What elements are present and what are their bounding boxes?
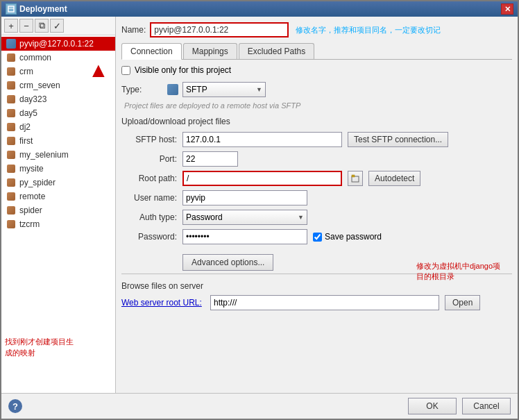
save-password-checkbox[interactable] xyxy=(313,233,322,242)
auth-type-value: Password xyxy=(186,212,223,222)
visible-only-checkbox[interactable] xyxy=(121,66,130,75)
folder-icon xyxy=(6,219,17,230)
main-panel: Name: 修改名字，推荐和项目同名，一定要改切记 Connection Map… xyxy=(116,17,518,393)
sidebar-item-dj2[interactable]: dj2 xyxy=(1,120,115,134)
user-name-input[interactable] xyxy=(182,190,307,205)
browse-section: Browse files on server Web server root U… xyxy=(121,281,512,310)
sidebar-item-server-label: pyvip@127.0.0.1:22 xyxy=(19,39,94,49)
item-label: py_spider xyxy=(19,178,56,187)
name-row: Name: 修改名字，推荐和项目同名，一定要改切记 xyxy=(121,22,512,37)
sidebar: + − ⧉ ✓ pyvip@127.0.0.1:22 common xyxy=(1,17,116,393)
save-password-label: Save password xyxy=(325,232,382,242)
folder-icon xyxy=(6,52,17,63)
ok-button[interactable]: OK xyxy=(408,398,457,414)
tab-mappings[interactable]: Mappings xyxy=(183,43,237,59)
user-name-label: User name: xyxy=(121,193,177,203)
sidebar-item-first[interactable]: first xyxy=(1,134,115,148)
svg-rect-3 xyxy=(352,175,355,177)
tabs-bar: Connection Mappings Excluded Paths xyxy=(121,43,512,60)
test-sftp-button[interactable]: Test SFTP connection... xyxy=(348,132,448,147)
port-label: Port: xyxy=(121,154,177,164)
sidebar-item-my-selenium[interactable]: my_selenium xyxy=(1,148,115,162)
item-label: first xyxy=(19,136,33,146)
item-label: dj2 xyxy=(19,122,31,132)
auth-type-select[interactable]: Password ▼ xyxy=(182,210,307,225)
item-label: tzcrm xyxy=(19,219,40,229)
svg-rect-0 xyxy=(8,6,14,12)
sidebar-toolbar: + − ⧉ ✓ xyxy=(1,17,115,35)
sidebar-annotation: 找到刚才创建项目生成的映射 xyxy=(5,337,74,358)
sidebar-item-spider[interactable]: spider xyxy=(1,203,115,217)
folder-icon xyxy=(6,191,17,202)
deployment-window: Deployment ✕ + − ⧉ ✓ pyvip@127.0.0.1:22 xyxy=(0,0,519,420)
type-select[interactable]: SFTP ▼ xyxy=(182,82,266,97)
auth-type-label: Auth type: xyxy=(121,212,177,222)
root-path-row: Root path: Autodetect 修改为虚拟机中django项目的根目… xyxy=(121,171,512,186)
add-button[interactable]: + xyxy=(4,19,18,33)
type-row: Type: SFTP ▼ xyxy=(121,82,512,97)
sidebar-item-tzcrm[interactable]: tzcrm xyxy=(1,217,115,231)
sftp-host-row: SFTP host: Test SFTP connection... xyxy=(121,132,512,147)
auth-type-row: Auth type: Password ▼ xyxy=(121,210,512,225)
visible-only-row: Visible only for this project xyxy=(121,65,512,75)
apply-button[interactable]: ✓ xyxy=(50,19,64,33)
folder-icon xyxy=(6,149,17,160)
item-label: crm xyxy=(19,67,33,76)
folder-icon xyxy=(6,66,17,77)
upload-section-title: Upload/download project files xyxy=(121,117,512,126)
type-label: Type: xyxy=(121,85,163,94)
root-path-input[interactable] xyxy=(182,171,342,186)
item-label: remote xyxy=(19,192,45,201)
copy-button[interactable]: ⧉ xyxy=(35,19,49,33)
help-button[interactable]: ? xyxy=(8,399,22,413)
title-bar: Deployment ✕ xyxy=(1,1,518,17)
root-path-section: Root path: Autodetect 修改为虚拟机中django项目的根目… xyxy=(121,171,512,186)
sidebar-item-day5[interactable]: day5 xyxy=(1,106,115,120)
window-title: Deployment xyxy=(19,4,67,14)
item-label: day5 xyxy=(19,108,37,118)
password-label: Password: xyxy=(121,232,177,242)
cancel-button[interactable]: Cancel xyxy=(462,398,511,414)
auth-select-arrow: ▼ xyxy=(298,214,304,221)
sftp-type-icon xyxy=(167,84,178,95)
folder-icon xyxy=(6,108,17,119)
sidebar-item-mysite[interactable]: mysite xyxy=(1,162,115,176)
browse-section-title: Browse files on server xyxy=(121,281,512,291)
folder-icon xyxy=(6,177,17,188)
web-root-input[interactable] xyxy=(210,295,439,310)
sftp-host-input[interactable] xyxy=(182,132,342,147)
content-area: + − ⧉ ✓ pyvip@127.0.0.1:22 common xyxy=(1,17,518,393)
password-row: Password: Save password xyxy=(121,229,512,244)
autodetect-button[interactable]: Autodetect xyxy=(368,171,420,186)
close-button[interactable]: ✕ xyxy=(501,3,513,15)
sidebar-item-remote[interactable]: remote xyxy=(1,190,115,203)
sidebar-item-server[interactable]: pyvip@127.0.0.1:22 xyxy=(1,37,115,51)
item-label: my_selenium xyxy=(19,150,69,160)
open-button[interactable]: Open xyxy=(445,295,480,310)
tab-connection[interactable]: Connection xyxy=(121,43,182,60)
type-value: SFTP xyxy=(186,85,207,94)
item-label: mysite xyxy=(19,164,44,174)
folder-icon xyxy=(6,163,17,174)
sidebar-arrow: ▲ xyxy=(88,58,109,82)
web-root-row: Web server root URL: Open xyxy=(121,295,512,310)
advanced-options-button[interactable]: Advanced options... xyxy=(182,254,273,271)
footer: ? OK Cancel xyxy=(1,393,518,419)
port-row: Port: xyxy=(121,151,512,167)
browse-button[interactable] xyxy=(348,171,363,186)
folder-icon xyxy=(6,121,17,133)
item-label: spider xyxy=(19,205,42,215)
item-label: crm_seven xyxy=(19,81,60,90)
sidebar-item-day323[interactable]: day323 xyxy=(1,92,115,106)
remove-button[interactable]: − xyxy=(19,19,33,33)
name-annotation: 修改名字，推荐和项目同名，一定要改切记 xyxy=(296,25,441,35)
item-label: common xyxy=(19,53,51,62)
type-select-arrow: ▼ xyxy=(256,86,262,93)
tab-excluded-paths[interactable]: Excluded Paths xyxy=(239,43,314,59)
sftp-host-label: SFTP host: xyxy=(121,135,177,144)
name-input[interactable] xyxy=(150,22,289,37)
password-input[interactable] xyxy=(182,229,307,244)
port-input[interactable] xyxy=(182,151,238,167)
sidebar-item-py-spider[interactable]: py_spider xyxy=(1,176,115,190)
folder-icon xyxy=(6,94,17,105)
